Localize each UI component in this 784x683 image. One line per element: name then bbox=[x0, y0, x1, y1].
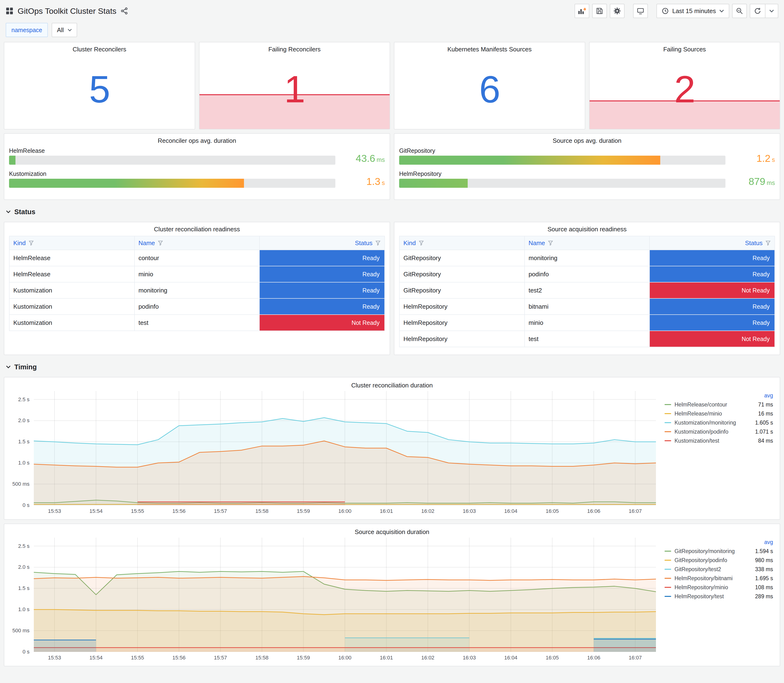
table-row: HelmRepositoryminioReady bbox=[399, 314, 775, 331]
bargauge-panel-title[interactable]: Source ops avg. duration bbox=[399, 134, 775, 144]
legend-item[interactable]: Kustomization/monitoring1.605 s bbox=[665, 418, 773, 427]
legend-item[interactable]: Kustomization/podinfo1.071 s bbox=[665, 427, 773, 436]
filter-icon[interactable] bbox=[29, 240, 34, 245]
add-panel-button[interactable] bbox=[574, 4, 589, 18]
zoom-out-icon bbox=[736, 7, 743, 14]
section-row-status[interactable]: Status bbox=[4, 204, 780, 218]
filter-icon[interactable] bbox=[418, 240, 424, 245]
y-tick-label: 1.5 s bbox=[18, 439, 29, 445]
x-tick-label: 16:02 bbox=[421, 655, 434, 661]
share-icon[interactable] bbox=[121, 7, 128, 14]
x-tick-label: 16:05 bbox=[546, 655, 559, 661]
bargauge-label: Kustomization bbox=[9, 170, 335, 179]
zoom-out-button[interactable] bbox=[732, 4, 747, 18]
cell-kind: HelmRepository bbox=[399, 331, 524, 347]
chart-panel-title[interactable]: Cluster reconciliation duration bbox=[8, 378, 776, 389]
legend-item[interactable]: HelmRelease/minio16 ms bbox=[665, 409, 773, 418]
x-tick-label: 16:04 bbox=[504, 655, 518, 661]
chart-panel-title[interactable]: Source acquisition duration bbox=[8, 525, 776, 536]
legend-item[interactable]: Kustomization/test84 ms bbox=[665, 436, 773, 445]
series-color-dash bbox=[665, 404, 671, 405]
y-tick-label: 1.5 s bbox=[18, 585, 29, 592]
x-tick-label: 15:55 bbox=[131, 508, 144, 514]
variable-namespace-dropdown[interactable]: All bbox=[52, 23, 77, 37]
bargauge-track bbox=[399, 179, 725, 188]
column-header-status[interactable]: Status bbox=[649, 236, 775, 250]
column-header-name[interactable]: Name bbox=[524, 236, 650, 250]
section-label-timing: Timing bbox=[14, 363, 37, 371]
x-tick-label: 15:58 bbox=[255, 655, 268, 661]
legend-item[interactable]: GitRepository/monitoring1.594 s bbox=[665, 547, 773, 556]
bargauge-row: GitRepository1.2s bbox=[399, 146, 775, 165]
x-tick-label: 15:59 bbox=[297, 655, 310, 661]
plot-area bbox=[34, 391, 656, 505]
stat-panel-title[interactable]: Kubernetes Manifests Sources bbox=[394, 42, 585, 53]
x-tick-label: 15:58 bbox=[255, 508, 268, 514]
stat-panel: Failing Sources2 bbox=[589, 42, 781, 130]
cell-name: podinfo bbox=[524, 266, 650, 282]
refresh-button[interactable] bbox=[750, 4, 778, 18]
status-badge: Ready bbox=[260, 282, 385, 298]
legend-item[interactable]: HelmRelease/contour71 ms bbox=[665, 400, 773, 409]
stat-panel-title[interactable]: Failing Sources bbox=[590, 42, 780, 53]
legend-item[interactable]: GitRepository/test2338 ms bbox=[665, 565, 773, 574]
dashboard-title: GitOps Toolkit Cluster Stats bbox=[18, 6, 116, 16]
bargauge-panel-title[interactable]: Reconciler ops avg. duration bbox=[9, 134, 385, 144]
stat-panel-title[interactable]: Cluster Reconcilers bbox=[4, 42, 195, 53]
legend-item[interactable]: HelmRepository/minio108 ms bbox=[665, 583, 773, 592]
timeseries-panel: Source acquisition duration0 s500 ms1.0 … bbox=[4, 524, 780, 666]
y-tick-label: 2.0 s bbox=[18, 564, 29, 570]
table-panel: Source acquisition readinessKindNameStat… bbox=[394, 222, 780, 355]
section-row-timing[interactable]: Timing bbox=[4, 359, 780, 373]
x-tick-label: 15:57 bbox=[214, 508, 227, 514]
apps-grid-icon[interactable] bbox=[6, 7, 13, 15]
variable-namespace-label: namespace bbox=[6, 23, 48, 37]
x-tick-label: 15:59 bbox=[297, 508, 310, 514]
legend-item[interactable]: GitRepository/podinfo980 ms bbox=[665, 556, 773, 565]
tv-mode-button[interactable] bbox=[633, 4, 648, 18]
bargauge-panel: Reconciler ops avg. durationHelmRelease4… bbox=[4, 133, 390, 200]
cell-name: monitoring bbox=[524, 250, 650, 266]
refresh-icon[interactable] bbox=[750, 4, 765, 18]
filter-icon[interactable] bbox=[548, 240, 553, 245]
status-badge: Ready bbox=[260, 299, 385, 314]
table-row: KustomizationpodinfoReady bbox=[9, 298, 385, 314]
series-color-dash bbox=[665, 431, 671, 432]
table-row: HelmRepositorybitnamiReady bbox=[399, 298, 775, 314]
column-header-name[interactable]: Name bbox=[135, 236, 260, 250]
x-tick-label: 16:01 bbox=[380, 508, 393, 514]
save-dashboard-button[interactable] bbox=[592, 4, 607, 18]
filter-icon[interactable] bbox=[158, 240, 163, 245]
legend-item[interactable]: HelmRepository/test289 ms bbox=[665, 592, 773, 601]
legend-avg-header[interactable]: avg bbox=[749, 539, 773, 545]
table-row: HelmReleasecontourReady bbox=[9, 250, 385, 266]
y-tick-label: 2.5 s bbox=[18, 543, 29, 549]
column-header-status[interactable]: Status bbox=[260, 236, 385, 250]
legend-avg-header[interactable]: avg bbox=[749, 393, 773, 399]
x-tick-label: 16:07 bbox=[628, 655, 642, 661]
clock-icon bbox=[662, 7, 669, 14]
legend-item[interactable]: HelmRepository/bitnami1.695 s bbox=[665, 574, 773, 583]
filter-icon[interactable] bbox=[375, 240, 381, 245]
time-range-label: Last 15 minutes bbox=[672, 7, 716, 15]
table-panel-title[interactable]: Cluster reconciliation readiness bbox=[4, 222, 390, 233]
bargauge-label: HelmRelease bbox=[9, 146, 335, 156]
stat-panel-title[interactable]: Failing Reconcilers bbox=[199, 42, 390, 53]
column-header-kind[interactable]: Kind bbox=[9, 236, 135, 250]
table-panel-title[interactable]: Source acquisition readiness bbox=[394, 222, 780, 233]
column-header-kind[interactable]: Kind bbox=[399, 236, 524, 250]
cell-kind: HelmRepository bbox=[399, 314, 524, 331]
status-badge: Ready bbox=[260, 266, 385, 282]
series-color-dash bbox=[665, 596, 671, 597]
filter-icon[interactable] bbox=[765, 240, 771, 245]
tables-row: Cluster reconciliation readinessKindName… bbox=[4, 222, 780, 355]
dashboard-settings-button[interactable] bbox=[610, 4, 625, 18]
x-tick-label: 15:57 bbox=[214, 655, 227, 661]
chevron-down-icon bbox=[769, 10, 774, 12]
y-tick-label: 1.0 s bbox=[18, 460, 29, 466]
monitor-icon bbox=[636, 7, 644, 14]
time-range-picker[interactable]: Last 15 minutes bbox=[656, 4, 729, 18]
y-tick-label: 1.0 s bbox=[18, 606, 29, 612]
refresh-interval-dropdown[interactable] bbox=[765, 4, 778, 18]
stat-value: 2 bbox=[590, 67, 780, 111]
